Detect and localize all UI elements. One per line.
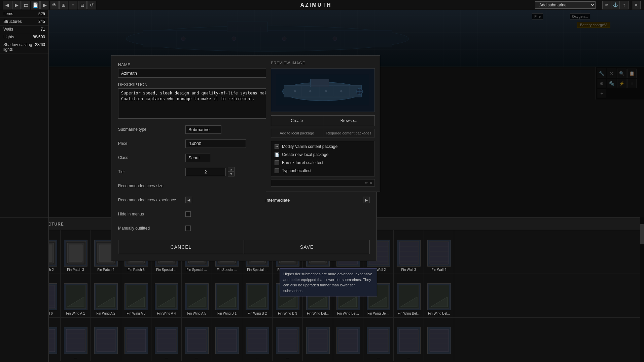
hide-menus-checkbox[interactable]: [185, 211, 191, 217]
tier-increment-button[interactable]: ▲: [228, 167, 235, 172]
search-edit-icon[interactable]: ✏: [365, 181, 368, 185]
svg-rect-144: [187, 329, 206, 352]
required-packages-button[interactable]: Required content packages: [323, 129, 375, 137]
browse-button[interactable]: Browse...: [323, 115, 375, 126]
items-stat: Items 525: [0, 10, 48, 18]
item-label-row1-3: Fin Patch 4: [97, 268, 114, 272]
tier-decrement-button[interactable]: ▼: [228, 172, 235, 176]
submarine-type-select[interactable]: Submarine Shuttle Beacon Station: [185, 125, 221, 134]
package-item-typhon[interactable]: TyphonLocaltest: [271, 167, 374, 175]
package-item-modify[interactable]: ✏ Modify Vanilla content package: [271, 143, 374, 151]
item-label-row3-5: ...: [165, 355, 168, 359]
eye-button[interactable]: 👁: [50, 1, 59, 9]
grid-button-3[interactable]: ⊟: [78, 1, 87, 9]
add-local-package-button[interactable]: Add to local package: [271, 129, 323, 137]
cancel-button[interactable]: CANCEL: [118, 240, 244, 254]
crew-exp-value: ◀ Intermediate ▶: [185, 197, 370, 203]
item-cell-row2-14[interactable]: Fin Wing Bel...: [424, 274, 454, 318]
item-label-row1-4: Fin Patch 5: [128, 268, 145, 272]
vertical-scrollbar[interactable]: [640, 217, 644, 362]
lights-label: Lights: [3, 35, 14, 39]
item-cell-row3-7[interactable]: ...: [212, 318, 242, 361]
crew-exp-row: Recommended crew experience ◀ Intermedia…: [118, 195, 370, 205]
save-button-main[interactable]: SAVE: [244, 240, 370, 254]
svg-rect-132: [127, 329, 146, 352]
crew-exp-next-button[interactable]: ▶: [363, 197, 370, 203]
item-cell-row2-8[interactable]: Fin Wing B 2: [242, 274, 273, 318]
svg-point-206: [294, 90, 296, 92]
item-cell-row3-5[interactable]: ...: [151, 318, 182, 361]
tier-tooltip: Higher tier submarines are more advanced…: [280, 268, 377, 296]
item-label-row1-2: Fin Patch 3: [67, 268, 84, 272]
search-row: ✏ ✕: [271, 179, 375, 187]
item-cell-row2-6[interactable]: Fin Wing A 5: [182, 274, 212, 318]
play-button[interactable]: ▶: [40, 1, 49, 9]
item-cell-row3-8[interactable]: ...: [242, 318, 273, 361]
package-search-input[interactable]: [273, 180, 364, 185]
item-cell-row3-9[interactable]: ...: [273, 318, 303, 361]
item-label-row2-12: Fin Wing Bel...: [367, 312, 389, 316]
item-cell-row3-4[interactable]: ...: [121, 318, 151, 361]
item-label-row1-13: Fin Wall 3: [401, 268, 416, 272]
item-cell-row3-6[interactable]: ...: [182, 318, 212, 361]
tier-input[interactable]: [185, 168, 226, 176]
item-cell-row2-2[interactable]: Fin Wing A 1: [61, 274, 91, 318]
item-cell-row1-14[interactable]: Fin Wall 4: [424, 230, 454, 274]
anchor-tool-button[interactable]: ⚓: [611, 1, 620, 9]
item-cell-row1-2[interactable]: Fin Patch 3: [61, 230, 91, 274]
crew-exp-prev-button[interactable]: ◀: [185, 197, 192, 203]
hide-menus-label: Hide in menus: [118, 212, 185, 216]
item-cell-row2-13[interactable]: Fin Wing Bel...: [394, 274, 424, 318]
item-label-row1-14: Fin Wall 4: [431, 268, 446, 272]
hide-menus-value: [185, 211, 370, 217]
item-cell-row2-7[interactable]: Fin Wing B 1: [212, 274, 242, 318]
create-button[interactable]: Create: [271, 115, 323, 126]
manually-outfitted-checkbox[interactable]: [185, 226, 191, 231]
back-button[interactable]: ◀: [3, 1, 11, 9]
item-cell-row3-13[interactable]: ...: [394, 318, 424, 361]
structures-value: 245: [38, 19, 45, 24]
toolbar: ◀ ▶ 🗀 💾 ▶ 👁 ⊞ ≡ ⊟ ↺ AZIMUTH Add submarin…: [0, 0, 644, 10]
svg-point-207: [310, 90, 312, 92]
item-cell-row3-14[interactable]: ...: [424, 318, 454, 361]
price-input[interactable]: [185, 139, 246, 148]
item-label-row2-14: Fin Wing Bel...: [428, 312, 450, 316]
package-item-create[interactable]: 📄 Create new local package: [271, 151, 374, 159]
svg-rect-23: [99, 245, 113, 262]
svg-rect-126: [97, 329, 115, 352]
item-cell-row3-12[interactable]: ...: [363, 318, 394, 361]
item-cell-row1-13[interactable]: Fin Wall 3: [394, 230, 424, 274]
pencil-tool-button[interactable]: ✏: [602, 1, 611, 9]
item-cell-row3-2[interactable]: ...: [61, 318, 91, 361]
item-label-row1-7: Fin Special ...: [217, 268, 237, 272]
svg-rect-120: [66, 329, 85, 352]
item-cell-row2-3[interactable]: Fin Wing A 2: [91, 274, 121, 318]
search-close-icon[interactable]: ✕: [369, 181, 372, 185]
barsuk-label: Barsuk turret scale test: [282, 160, 323, 165]
forward-button[interactable]: ▶: [12, 1, 21, 9]
item-label-row1-6: Fin Special ...: [186, 268, 207, 272]
svg-rect-200: [311, 79, 329, 87]
resize-tool-button[interactable]: ↕: [620, 1, 629, 9]
undo-button[interactable]: ↺: [87, 1, 96, 9]
scrollbar-thumb[interactable]: [640, 224, 644, 244]
package-item-barsuk[interactable]: Barsuk turret scale test: [271, 159, 374, 167]
shadow-lights-label: Shadow-casting lights: [3, 42, 35, 52]
class-select[interactable]: Scout Attack Transport Support: [185, 154, 210, 162]
item-label-row2-9: Fin Wing B 3: [278, 312, 297, 316]
save-button[interactable]: 💾: [31, 1, 40, 9]
item-label-row2-13: Fin Wing Bel...: [398, 312, 420, 316]
item-cell-row3-3[interactable]: ...: [91, 318, 121, 361]
typhon-icon: [275, 168, 279, 173]
item-label-row2-2: Fin Wing A 1: [66, 312, 85, 316]
item-label-row3-14: ...: [437, 355, 440, 359]
grid-button-2[interactable]: ≡: [69, 1, 77, 9]
close-button[interactable]: ✕: [632, 1, 641, 9]
item-cell-row2-4[interactable]: Fin Wing A 3: [121, 274, 151, 318]
grid-button-1[interactable]: ⊞: [59, 1, 68, 9]
open-button[interactable]: 🗀: [22, 1, 30, 9]
item-cell-row3-11[interactable]: ...: [333, 318, 363, 361]
add-submarine-dropdown[interactable]: Add submarine: [535, 1, 596, 9]
item-cell-row3-10[interactable]: ...: [303, 318, 333, 361]
item-cell-row2-5[interactable]: Fin Wing A 4: [151, 274, 182, 318]
